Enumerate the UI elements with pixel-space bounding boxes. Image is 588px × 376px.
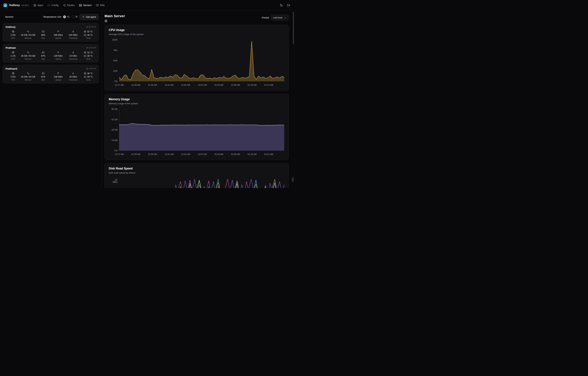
nav-item-routes[interactable]: Routes bbox=[63, 4, 75, 7]
disk-label: Disk bbox=[41, 57, 45, 60]
arrow-up-icon bbox=[57, 30, 60, 33]
activity-icon bbox=[27, 51, 30, 54]
disk-temp-icon bbox=[84, 75, 86, 78]
cpu-stat: 2.5% CPU bbox=[6, 72, 21, 81]
theme-toggle-button[interactable] bbox=[280, 4, 283, 7]
celsius-label: °C bbox=[67, 15, 70, 18]
globe-icon[interactable] bbox=[105, 20, 125, 22]
memory-usage-chart: 0 B14 GB28 GB42 GB56 GB12:17 AM12:26 AM1… bbox=[109, 107, 285, 156]
server-card-godoxy[interactable]: GoDoxy @ 16:16:24 2.2% CPU 35 GB / 63 GB… bbox=[3, 23, 99, 42]
disk-chart-subtitle: Disk read speed by device bbox=[109, 171, 285, 174]
nav-config-label: Config bbox=[51, 4, 58, 7]
upload-value: 106 KB/s bbox=[54, 75, 63, 78]
svg-text:12:57 AM: 12:57 AM bbox=[198, 153, 207, 156]
cpu-temp-value: 32 °C bbox=[87, 51, 93, 54]
nav-item-config[interactable]: Config bbox=[47, 4, 58, 7]
disk-temp-value: 38 °C bbox=[87, 55, 93, 57]
add-agent-label: Add agent bbox=[86, 16, 96, 18]
arrow-up-icon bbox=[57, 72, 60, 75]
download-stat: 232 KB/s Download bbox=[66, 30, 81, 39]
main-panel: Main Server Period Last hour CPU Usage A… bbox=[101, 10, 294, 188]
svg-text:12:26 AM: 12:26 AM bbox=[131, 153, 140, 156]
download-value: 30 KB/s bbox=[69, 75, 77, 78]
nav-routes-label: Routes bbox=[67, 4, 75, 7]
server-name: Podman2 bbox=[6, 67, 17, 70]
cpu-usage-card: CPU Usage Average CPU usage of the syste… bbox=[105, 25, 289, 91]
period-label: Period bbox=[262, 16, 269, 19]
upload-value: 129 KB/s bbox=[54, 54, 63, 57]
code-icon bbox=[47, 4, 50, 7]
server-card-podman[interactable]: Podman @ 16:16:24 2.1% CPU 35 GB / 63 GB… bbox=[3, 44, 99, 63]
disk-label: Disk bbox=[41, 78, 45, 81]
logout-button[interactable] bbox=[287, 4, 290, 7]
cpu-temp-icon bbox=[84, 51, 86, 54]
cpu-stat: 2.1% CPU bbox=[6, 51, 21, 60]
radio-fahrenheit-circle bbox=[72, 15, 74, 18]
cpu-label: CPU bbox=[11, 78, 15, 81]
nav-item-apps[interactable]: Apps bbox=[33, 4, 43, 7]
svg-text:75%: 75% bbox=[113, 49, 118, 52]
memory-chart-title: Memory Usage bbox=[109, 97, 285, 101]
disk-value: 47% bbox=[41, 54, 45, 57]
upload-label: Upload bbox=[55, 37, 61, 39]
cpu-usage-chart: 0%25%50%75%100%12:17 AM12:26 AM12:35 AM1… bbox=[109, 38, 285, 87]
scrollbar-thumb[interactable] bbox=[293, 12, 294, 44]
arrow-up-icon bbox=[57, 51, 60, 54]
collapse-panel-handle[interactable] bbox=[291, 177, 294, 182]
disk-temp-icon bbox=[84, 55, 86, 57]
period-select[interactable]: Last hour bbox=[271, 15, 289, 21]
temperature-unit-label: Temperature Unit bbox=[43, 15, 61, 18]
temp-label: Temp bbox=[86, 37, 91, 39]
plus-icon bbox=[82, 16, 85, 18]
upload-stat: 106 KB/s Upload bbox=[51, 72, 65, 81]
svg-text:1/2MB/s: 1/2MB/s bbox=[113, 179, 118, 183]
download-value: 232 KB/s bbox=[69, 33, 78, 37]
memory-label: Memory bbox=[25, 37, 32, 39]
nav-apps-label: Apps bbox=[37, 4, 43, 7]
memory-stat: 35 GB / 63 GB Memory bbox=[21, 30, 36, 39]
chevron-left-icon bbox=[292, 178, 294, 181]
upload-label: Upload bbox=[55, 57, 61, 60]
temp-stat: 32 °C 38 °C Temp bbox=[81, 30, 96, 39]
cpu-chart-title: CPU Usage bbox=[109, 28, 285, 32]
svg-text:01:21 AM: 01:21 AM bbox=[264, 84, 273, 86]
cpu-temp-icon bbox=[84, 72, 86, 75]
nav-item-wiki[interactable]: Wiki bbox=[96, 4, 105, 7]
svg-text:12:57 AM: 12:57 AM bbox=[198, 84, 207, 86]
svg-text:12:17 AM: 12:17 AM bbox=[115, 84, 124, 86]
add-agent-button[interactable]: Add agent bbox=[80, 14, 99, 20]
svg-text:56 GB: 56 GB bbox=[112, 108, 118, 110]
arrow-down-icon bbox=[72, 72, 75, 75]
svg-text:0 B: 0 B bbox=[114, 149, 118, 152]
disk-label: Disk bbox=[41, 37, 45, 39]
svg-text:12:35 AM: 12:35 AM bbox=[148, 153, 157, 156]
radio-fahrenheit[interactable]: °F bbox=[72, 15, 77, 18]
temp-label: Temp bbox=[86, 78, 91, 81]
memory-value: 35 GB / 63 GB bbox=[21, 75, 35, 78]
cpu-icon bbox=[12, 30, 14, 33]
disk-temp-value: 38 °C bbox=[87, 34, 93, 36]
godoxy-logo-icon bbox=[3, 3, 8, 8]
cpu-icon bbox=[12, 51, 14, 54]
temp-stat: 38 °C 38 °C Temp bbox=[81, 72, 96, 81]
logout-icon bbox=[287, 4, 290, 7]
svg-text:28 GB: 28 GB bbox=[112, 129, 118, 131]
brand-name: GoDoxy bbox=[9, 4, 20, 7]
svg-text:12:51 AM: 12:51 AM bbox=[181, 84, 190, 86]
download-stat: 30 KB/s Download bbox=[66, 72, 81, 81]
server-card-podman2[interactable]: Podman2 @ 16:16:24 2.5% CPU 35 GB / 63 G… bbox=[3, 65, 99, 84]
memory-label: Memory bbox=[25, 78, 32, 81]
download-label: Download bbox=[69, 57, 77, 60]
nav-item-servers[interactable]: Servers bbox=[79, 4, 92, 7]
disk-value: 41% bbox=[41, 75, 45, 78]
server-timestamp: @ 16:16:24 bbox=[86, 68, 96, 70]
memory-value: 35 GB / 63 GB bbox=[21, 33, 35, 37]
server-name: GoDoxy bbox=[6, 25, 15, 29]
disk-temp-value: 38 °C bbox=[87, 75, 93, 78]
download-label: Download bbox=[69, 37, 77, 39]
disk-chart-title: Disk Read Speed bbox=[109, 167, 285, 170]
svg-text:14 GB: 14 GB bbox=[112, 139, 118, 142]
svg-text:01:09 AM: 01:09 AM bbox=[231, 84, 240, 86]
radio-celsius[interactable]: °C bbox=[63, 15, 70, 18]
memory-value: 35 GB / 63 GB bbox=[21, 54, 35, 57]
